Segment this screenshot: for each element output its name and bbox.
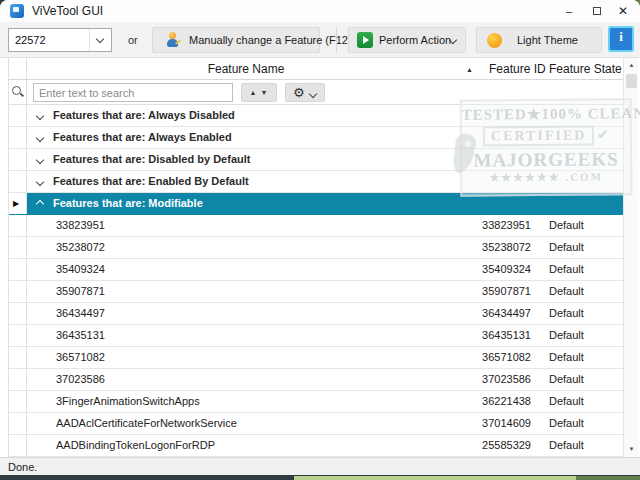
search-settings-button[interactable]: ⚙ bbox=[285, 83, 325, 102]
feature-name-cell: 35238072 bbox=[56, 237, 105, 258]
chevron-down-icon bbox=[36, 112, 44, 120]
feature-state-cell: Default bbox=[549, 435, 584, 456]
status-bar: Done. bbox=[0, 457, 640, 476]
feature-state-cell: Default bbox=[549, 259, 584, 280]
feature-row[interactable]: 36435131 36435131 Default bbox=[9, 325, 623, 347]
feature-row[interactable]: 36434497 36434497 Default bbox=[9, 303, 623, 325]
perform-button-label: Perform Action bbox=[379, 28, 451, 52]
feature-state-cell: Default bbox=[549, 391, 584, 412]
combobox-dropdown-button[interactable] bbox=[89, 29, 111, 51]
group-row[interactable]: Features that are: Always Disabled bbox=[9, 105, 623, 127]
feature-id-cell: 25585329 bbox=[429, 435, 531, 456]
maximize-button[interactable] bbox=[584, 0, 610, 22]
minimize-button[interactable]: – bbox=[556, 0, 582, 22]
maximize-icon bbox=[593, 7, 601, 15]
feature-name-cell: 3FingerAnimationSwitchApps bbox=[56, 391, 200, 412]
feature-id-cell: 36434497 bbox=[429, 303, 531, 324]
feature-state-cell: Default bbox=[549, 215, 584, 236]
feature-row[interactable]: 35238072 35238072 Default bbox=[9, 237, 623, 259]
play-icon bbox=[357, 32, 373, 48]
build-number-combobox[interactable]: 22572 bbox=[8, 28, 112, 52]
feature-id-cell: 36571082 bbox=[429, 347, 531, 368]
feature-row[interactable]: 36571082 36571082 Default bbox=[9, 347, 623, 369]
feature-state-cell: Default bbox=[549, 325, 584, 346]
feature-name-cell: 36434497 bbox=[56, 303, 105, 324]
feature-name-cell: 35907871 bbox=[56, 281, 105, 302]
feature-name-cell: AADAclCertificateForNetworkService bbox=[56, 413, 237, 434]
column-header-feature-name[interactable]: Feature Name bbox=[26, 58, 466, 80]
feature-grid: Feature Name ▲ Feature ID Feature State … bbox=[8, 58, 638, 457]
feature-name-cell: 35409324 bbox=[56, 259, 105, 280]
column-header-feature-state[interactable]: Feature State bbox=[549, 58, 622, 80]
close-icon: ✕ bbox=[618, 4, 628, 18]
feature-state-cell: Default bbox=[549, 237, 584, 258]
vertical-scrollbar[interactable]: ▲ ▼ bbox=[623, 58, 638, 457]
app-icon bbox=[10, 4, 24, 18]
search-input[interactable] bbox=[33, 83, 233, 102]
feature-name-cell: 36571082 bbox=[56, 347, 105, 368]
scroll-down-button[interactable]: ▼ bbox=[624, 442, 639, 457]
feature-id-cell: 35238072 bbox=[429, 237, 531, 258]
arrow-down-icon: ▼ bbox=[629, 446, 635, 452]
group-row[interactable]: Features that are: Disabled by Default bbox=[9, 149, 623, 171]
group-row[interactable]: Features that are: Enabled By Default bbox=[9, 171, 623, 193]
feature-row[interactable]: 37023586 37023586 Default bbox=[9, 369, 623, 391]
group-row[interactable]: Features that are: Modifiable ▶ bbox=[9, 193, 623, 215]
perform-action-button[interactable]: Perform Action bbox=[348, 27, 466, 53]
selected-row-marker-icon: ▶ bbox=[13, 199, 19, 208]
build-number-value: 22572 bbox=[15, 29, 46, 51]
manually-change-feature-button[interactable]: Manually change a Feature (F12) bbox=[152, 27, 320, 53]
chevron-down-icon bbox=[36, 156, 44, 164]
group-row[interactable]: Features that are: Always Enabled bbox=[9, 127, 623, 149]
arrow-up-icon: ▲ bbox=[250, 89, 261, 96]
app-window: ViVeTool GUI – ✕ 22572 or Manually chang… bbox=[0, 0, 640, 476]
feature-state-cell: Default bbox=[549, 369, 584, 390]
theme-button-label: Light Theme bbox=[517, 28, 578, 52]
feature-id-cell: 33823951 bbox=[429, 215, 531, 236]
feature-row[interactable]: AADAclCertificateForNetworkService 37014… bbox=[9, 413, 623, 435]
feature-id-cell: 37014609 bbox=[429, 413, 531, 434]
minimize-icon: – bbox=[566, 5, 572, 17]
chevron-down-icon bbox=[309, 90, 317, 98]
arrow-down-icon: ▼ bbox=[261, 89, 272, 96]
column-header-feature-id[interactable]: Feature ID bbox=[489, 58, 546, 80]
feature-row[interactable]: AADBindingTokenLogonForRDP 25585329 Defa… bbox=[9, 435, 623, 457]
search-prev-next-buttons[interactable]: ▲▼ bbox=[241, 83, 277, 102]
sort-ascending-icon: ▲ bbox=[466, 66, 473, 73]
feature-name-cell: 36435131 bbox=[56, 325, 105, 346]
about-info-button[interactable]: i bbox=[608, 26, 634, 52]
scroll-up-button[interactable]: ▲ bbox=[624, 58, 639, 73]
feature-id-cell: 36221438 bbox=[429, 391, 531, 412]
scrollbar-thumb[interactable] bbox=[626, 74, 637, 88]
toolbar: 22572 or Manually change a Feature (F12)… bbox=[0, 22, 640, 58]
feature-row[interactable]: 35409324 35409324 Default bbox=[9, 259, 623, 281]
title-bar: ViVeTool GUI – ✕ bbox=[0, 0, 640, 22]
close-button[interactable]: ✕ bbox=[610, 0, 636, 22]
feature-row[interactable]: 3FingerAnimationSwitchApps 36221438 Defa… bbox=[9, 391, 623, 413]
grid-header-row: Feature Name ▲ Feature ID Feature State bbox=[9, 58, 623, 80]
feature-id-cell: 35907871 bbox=[429, 281, 531, 302]
manual-button-label: Manually change a Feature (F12) bbox=[189, 28, 352, 52]
or-label: or bbox=[128, 22, 138, 58]
feature-name-cell: AADBindingTokenLogonForRDP bbox=[56, 435, 215, 456]
feature-id-cell: 37023586 bbox=[429, 369, 531, 390]
status-text: Done. bbox=[8, 458, 37, 476]
info-icon: i bbox=[610, 29, 632, 45]
light-theme-button[interactable]: Light Theme bbox=[476, 27, 602, 53]
person-icon bbox=[165, 32, 181, 48]
chevron-up-icon bbox=[36, 200, 44, 208]
search-icon bbox=[12, 86, 24, 98]
feature-id-cell: 35409324 bbox=[429, 259, 531, 280]
feature-row[interactable]: 35907871 35907871 Default bbox=[9, 281, 623, 303]
feature-id-cell: 36435131 bbox=[429, 325, 531, 346]
feature-row[interactable]: 33823951 33823951 Default bbox=[9, 215, 623, 237]
grid-search-row: ▲▼ ⚙ bbox=[9, 80, 623, 105]
chevron-down-icon bbox=[36, 178, 44, 186]
toolbar-separator bbox=[336, 27, 337, 53]
feature-state-cell: Default bbox=[549, 347, 584, 368]
arrow-up-icon: ▲ bbox=[629, 62, 635, 68]
chevron-down-icon bbox=[36, 134, 44, 142]
gear-icon: ⚙ bbox=[293, 84, 305, 101]
feature-name-cell: 33823951 bbox=[56, 215, 105, 236]
window-title: ViVeTool GUI bbox=[32, 0, 103, 22]
